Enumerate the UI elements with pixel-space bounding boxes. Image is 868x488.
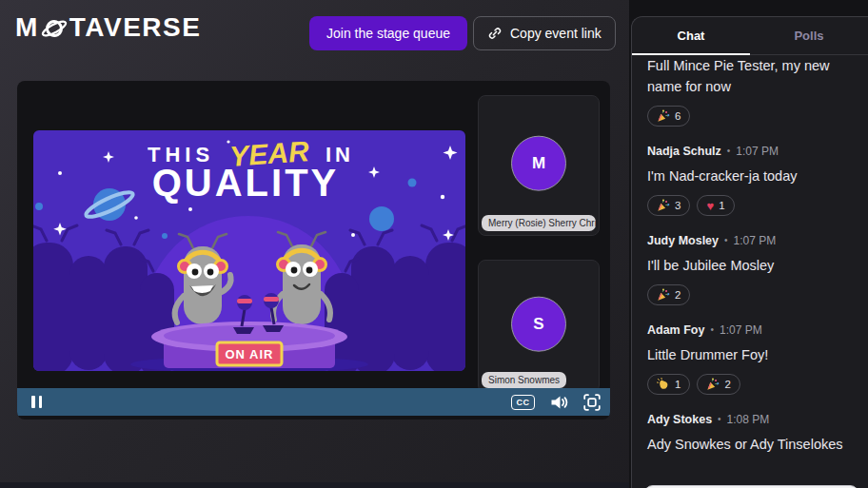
reaction-pill[interactable]: ♥1 — [697, 195, 734, 216]
message-header: Judy Mosley•1:07 PM — [647, 233, 853, 248]
reaction-row: 12 — [647, 374, 853, 395]
on-air-label: ON AIR — [225, 347, 273, 361]
tab-chat[interactable]: Chat — [632, 17, 750, 54]
party-popper-icon — [657, 288, 670, 302]
clap-icon — [657, 378, 670, 391]
chat-message-list[interactable]: Full Mince Pie Tester, my new name for n… — [632, 55, 868, 488]
message-text: Ady Snowkes or Ady Tinselokes — [647, 434, 853, 455]
dot-separator: • — [724, 233, 728, 248]
message-header: Ady Stokes•1:08 PM — [647, 412, 853, 427]
link-icon — [487, 26, 503, 41]
tab-polls[interactable]: Polls — [750, 17, 868, 54]
logo-text-post: TAVERSE — [69, 12, 202, 43]
dot-separator: • — [710, 322, 714, 338]
planet-icon — [40, 13, 69, 42]
reaction-count: 3 — [675, 200, 681, 211]
closed-captions-button[interactable]: CC — [511, 395, 535, 410]
message-author: Nadja Schulz — [647, 144, 721, 159]
message-timestamp: 1:07 PM — [734, 233, 777, 248]
message-header: Nadja Schulz•1:07 PM — [647, 144, 853, 159]
join-stage-queue-button[interactable]: Join the stage queue — [309, 16, 467, 50]
reaction-count: 2 — [724, 379, 730, 390]
chat-message: Adam Foy•1:07 PMLittle Drummer Foy!12 — [647, 322, 853, 395]
message-text: I'll be Jubilee Mosley — [647, 255, 853, 276]
on-air-badge: ON AIR — [217, 342, 282, 365]
reaction-row: 3♥1 — [647, 195, 853, 216]
dot-separator: • — [727, 144, 731, 159]
chat-message: Ady Stokes•1:08 PMAdy Snowkes or Ady Tin… — [647, 412, 853, 455]
reaction-pill[interactable]: 2 — [697, 374, 740, 395]
participant-name-label: Simon Snowmes — [482, 372, 566, 388]
side-panel: Chat Polls Full Mince Pie Tester, my new… — [629, 0, 868, 488]
message-text: I'm Nad-cracker-ja today — [647, 166, 853, 186]
chat-card: Chat Polls Full Mince Pie Tester, my new… — [631, 16, 868, 488]
reaction-row: 2 — [647, 284, 853, 305]
avatar: M — [511, 136, 566, 191]
motaverse-logo: M TAVERSE — [15, 12, 201, 43]
participant-name-label: Merry (Rosie) Sherry Chri... — [482, 215, 596, 231]
reaction-count: 2 — [675, 289, 681, 301]
party-popper-icon — [657, 199, 670, 212]
logo-text-pre: M — [15, 12, 39, 43]
chat-message: Full Mince Pie Tester, my new name for n… — [647, 55, 853, 127]
reaction-row: 6 — [647, 106, 853, 127]
message-author: Ady Stokes — [647, 412, 712, 427]
video-player: THIS YEAR IN QUALITY — [17, 81, 610, 420]
reaction-pill[interactable]: 6 — [647, 106, 690, 127]
heart-icon: ♥ — [706, 200, 714, 212]
panel-tabs: Chat Polls — [632, 17, 868, 55]
reaction-pill[interactable]: 3 — [647, 195, 690, 216]
party-popper-icon — [657, 109, 670, 123]
message-text: Little Drummer Foy! — [647, 344, 853, 365]
header: M TAVERSE Join the stage queue Copy even… — [0, 0, 629, 67]
video-title-main: QUALITY — [152, 162, 340, 204]
avatar: S — [511, 297, 566, 352]
message-timestamp: 1:08 PM — [727, 412, 770, 427]
pause-button[interactable] — [31, 396, 42, 408]
message-author: Judy Mosley — [647, 233, 719, 248]
party-popper-icon — [706, 378, 720, 391]
copy-event-link-button[interactable]: Copy event link — [473, 16, 616, 50]
copy-button-label: Copy event link — [510, 26, 602, 41]
chat-message: Nadja Schulz•1:07 PMI'm Nad-cracker-ja t… — [647, 144, 853, 216]
message-author: Adam Foy — [647, 322, 704, 338]
reaction-pill[interactable]: 1 — [647, 374, 690, 395]
video-control-bar: CC — [17, 388, 610, 416]
participant-tile[interactable]: M Merry (Rosie) Sherry Chri... — [478, 95, 600, 236]
bottom-strip — [0, 482, 629, 488]
volume-icon[interactable] — [550, 395, 568, 410]
message-timestamp: 1:07 PM — [720, 322, 762, 338]
dot-separator: • — [718, 412, 721, 427]
message-timestamp: 1:07 PM — [736, 144, 779, 159]
main-stage-video[interactable]: THIS YEAR IN QUALITY — [33, 130, 465, 371]
reaction-count: 1 — [675, 379, 681, 390]
reaction-count: 1 — [719, 200, 724, 211]
message-text: Full Mince Pie Tester, my new name for n… — [647, 55, 853, 97]
chat-message: Judy Mosley•1:07 PMI'll be Jubilee Mosle… — [647, 233, 853, 305]
participant-tile[interactable]: S Simon Snowmes — [478, 260, 600, 393]
reaction-count: 6 — [675, 110, 681, 122]
message-header: Adam Foy•1:07 PM — [647, 322, 853, 338]
fullscreen-icon[interactable] — [583, 394, 601, 411]
reaction-pill[interactable]: 2 — [647, 284, 690, 305]
